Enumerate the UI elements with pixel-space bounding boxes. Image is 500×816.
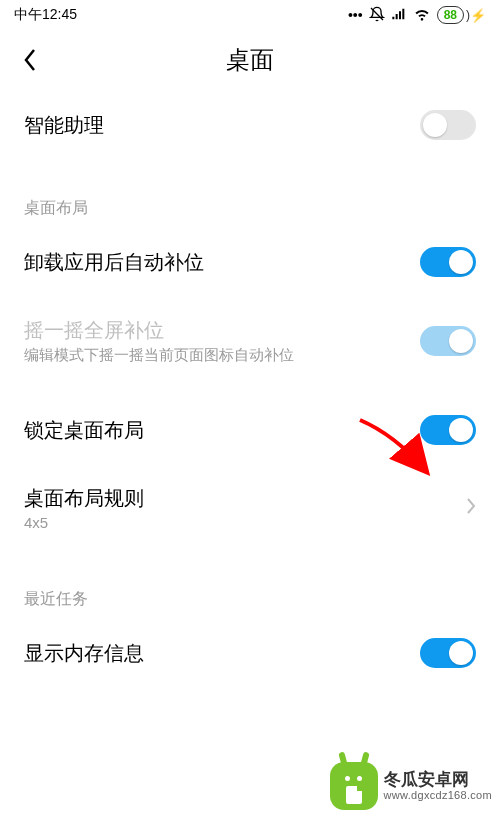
page-title: 桌面 — [0, 44, 500, 76]
section-recent: 最近任务 — [0, 551, 500, 618]
row-show-memory[interactable]: 显示内存信息 — [0, 618, 500, 688]
title-bar: 桌面 — [0, 30, 500, 90]
row-shake-fill: 摇一摇全屏补位 编辑模式下摇一摇当前页面图标自动补位 — [0, 297, 500, 385]
watermark: 冬瓜安卓网 www.dgxcdz168.com — [330, 762, 492, 810]
auto-fill-label: 卸载应用后自动补位 — [24, 249, 420, 276]
toggle-show-memory[interactable] — [420, 638, 476, 668]
status-time: 中午12:45 — [14, 6, 77, 24]
toggle-lock-layout[interactable] — [420, 415, 476, 445]
watermark-name: 冬瓜安卓网 — [384, 771, 492, 790]
row-smart-assistant[interactable]: 智能助理 — [0, 90, 500, 160]
more-icon: ••• — [348, 7, 363, 23]
shake-fill-label: 摇一摇全屏补位 — [24, 317, 420, 344]
toggle-shake-fill — [420, 326, 476, 356]
signal-icon — [391, 6, 407, 25]
layout-rules-sub: 4x5 — [24, 514, 466, 531]
status-bar: 中午12:45 ••• 88 ⚡ — [0, 0, 500, 30]
charging-icon: ⚡ — [470, 8, 486, 23]
chevron-right-icon — [466, 495, 476, 521]
section-layout: 桌面布局 — [0, 160, 500, 227]
row-lock-layout[interactable]: 锁定桌面布局 — [0, 385, 500, 465]
show-memory-label: 显示内存信息 — [24, 640, 420, 667]
row-auto-fill[interactable]: 卸载应用后自动补位 — [0, 227, 500, 297]
battery-icon: 88 — [437, 6, 464, 24]
layout-rules-label: 桌面布局规则 — [24, 485, 466, 512]
toggle-auto-fill[interactable] — [420, 247, 476, 277]
status-icons: ••• 88 ⚡ — [348, 6, 486, 25]
toggle-smart-assistant[interactable] — [420, 110, 476, 140]
wifi-icon — [413, 6, 431, 25]
row-layout-rules[interactable]: 桌面布局规则 4x5 — [0, 465, 500, 551]
shake-fill-sub: 编辑模式下摇一摇当前页面图标自动补位 — [24, 346, 420, 365]
smart-assistant-label: 智能助理 — [24, 112, 420, 139]
watermark-url: www.dgxcdz168.com — [384, 789, 492, 801]
lock-layout-label: 锁定桌面布局 — [24, 417, 420, 444]
dnd-icon — [369, 6, 385, 25]
watermark-logo-icon — [330, 762, 378, 810]
